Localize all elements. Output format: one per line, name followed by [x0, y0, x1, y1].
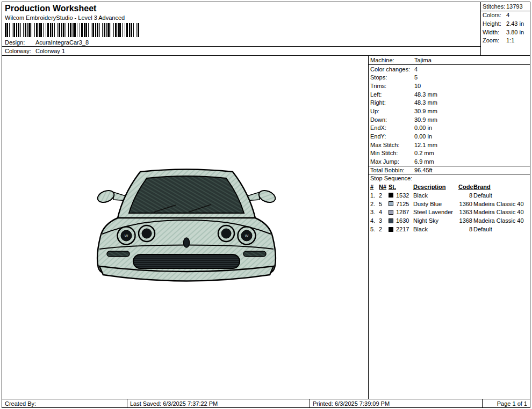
detail-value: 6.9 mm: [414, 158, 434, 165]
left-indicator-slot: [107, 251, 130, 257]
header: Production Worksheet Wilcom EmbroiderySt…: [2, 2, 530, 56]
detail-row: Machine:Tajima: [369, 56, 530, 65]
summary-value: 13793: [506, 3, 523, 10]
machine-panel: Machine:TajimaColor changes:4Stops:5Trim…: [369, 56, 530, 399]
summary-row: Colors:4: [481, 11, 530, 20]
summary-label: Width:: [483, 29, 506, 35]
detail-label: Total Bobbin:: [370, 167, 414, 173]
detail-label: Trims:: [370, 83, 414, 89]
thread-number: 7125: [396, 201, 412, 207]
detail-row: Up:30.9 mm: [369, 107, 530, 115]
stop-needle-number: 2: [379, 192, 387, 199]
headlight-inner-right: [221, 229, 231, 238]
summary-row: Stitches:13793: [481, 3, 530, 11]
detail-label: Stops:: [370, 74, 414, 81]
thread-brand: Madeira Classic 40: [473, 209, 530, 215]
stop-row-number: 2.: [370, 201, 378, 207]
detail-row: EndX:0.00 in: [369, 124, 530, 133]
summary-label: Height:: [483, 20, 506, 27]
col-st: St.: [389, 184, 412, 190]
headlight-inner-left: [142, 229, 152, 238]
summary-row: Height:2.43 in: [481, 19, 530, 28]
embroidery-design-acura-integra: W W: [91, 166, 282, 288]
thread-code: 1363: [458, 209, 472, 215]
detail-row: Left:48.3 mm: [369, 90, 530, 99]
summary-value: 3.80 in: [506, 29, 524, 35]
thread-brand: Madeira Classic 40: [473, 201, 530, 207]
summary-row: Zoom:1:1: [481, 36, 530, 45]
stop-row-number: 3.: [370, 209, 378, 215]
design-row: Design: AcuraIntegraCar3_8: [2, 39, 480, 47]
detail-label: EndX:: [370, 125, 414, 131]
left-mirror: [96, 188, 116, 205]
summary-value: 1:1: [506, 37, 514, 43]
thread-number: 1630: [396, 217, 412, 224]
detail-value: 0.2 mm: [414, 150, 434, 156]
detail-label: Min Stitch:: [370, 150, 414, 156]
car-windshield: [129, 176, 244, 213]
thread-description: Steel Lavender: [413, 209, 457, 215]
design-canvas: W W: [2, 56, 369, 399]
stop-row-number: 5.: [370, 226, 378, 232]
stop-row-number: 4.: [370, 217, 378, 224]
stop-sequence-row: 5.22217Black8Default: [369, 225, 530, 233]
detail-row: Down:30.9 mm: [369, 115, 530, 124]
detail-label: Max Stitch:: [370, 142, 414, 148]
detail-label: Color changes:: [370, 66, 414, 72]
col-n: N#: [379, 184, 387, 190]
design-label: Design:: [5, 39, 35, 46]
detail-value: 4: [414, 66, 418, 72]
detail-value: 5: [414, 74, 418, 81]
thread-brand: Default: [473, 192, 530, 199]
barcode: [5, 23, 139, 37]
machine-details: Machine:TajimaColor changes:4Stops:5Trim…: [369, 56, 530, 174]
detail-value: Tajima: [414, 57, 432, 63]
thread-brand: Madeira Classic 40: [473, 217, 530, 224]
thread-color-swatch: [389, 218, 393, 223]
thread-number: 1287: [396, 209, 412, 215]
col-num: #: [370, 184, 378, 190]
detail-value: 48.3 mm: [414, 91, 437, 98]
detail-value: 30.9 mm: [414, 108, 437, 114]
detail-row: Min Stitch:0.2 mm: [369, 149, 530, 158]
main-area: W W Machine:TajimaColor changes:4Stop: [2, 56, 530, 399]
front-grille: [133, 254, 240, 268]
detail-value: 30.9 mm: [414, 116, 437, 123]
detail-value: 96.45ft: [414, 167, 433, 173]
stop-sequence-row: 1.21532Black8Default: [369, 191, 530, 200]
last-saved-cell: Last Saved: 6/3/2025 7:37:22 PM: [127, 399, 310, 407]
stop-sequence-table: # N# St. Description Code Brand 1.21532B…: [369, 182, 530, 233]
stop-table-body: 1.21532Black8Default2.57125Dusty Blue136…: [369, 191, 530, 233]
summary-box: Stitches:13793Colors:4Height:2.43 inWidt…: [481, 2, 530, 55]
detail-value: 48.3 mm: [414, 99, 437, 106]
detail-row: Max Jump:6.9 mm: [369, 157, 530, 166]
detail-row: EndY:0.00 in: [369, 132, 530, 141]
summary-value: 4: [506, 12, 509, 18]
thread-number: 2217: [396, 226, 412, 232]
detail-row: Right:48.3 mm: [369, 98, 530, 107]
detail-row: Total Bobbin:96.45ft: [369, 166, 530, 174]
detail-row: Max Stitch:12.1 mm: [369, 141, 530, 149]
colorway-label: Colorway:: [5, 48, 35, 54]
header-left: Production Worksheet Wilcom EmbroiderySt…: [2, 2, 481, 55]
detail-label: Right:: [370, 99, 414, 106]
thread-number: 1532: [396, 192, 412, 199]
thread-brand: Default: [473, 226, 530, 232]
stop-sequence-row: 4.31630Night Sky1368Madeira Classic 40: [369, 216, 530, 225]
thread-description: Black: [413, 226, 457, 232]
footer: Created By: Last Saved: 6/3/2025 7:37:22…: [2, 399, 530, 407]
summary-row: Width:3.80 in: [481, 28, 530, 36]
detail-label: Up:: [370, 108, 414, 114]
detail-row: Stops:5: [369, 73, 530, 82]
stop-needle-number: 2: [379, 226, 387, 232]
summary-label: Stitches:: [483, 3, 506, 10]
thread-code: 8: [458, 192, 472, 199]
detail-label: Machine:: [370, 57, 414, 63]
stop-table-header: # N# St. Description Code Brand: [369, 182, 530, 191]
thread-color-swatch: [389, 210, 393, 215]
thread-code: 1368: [458, 217, 472, 224]
detail-row: Color changes:4: [369, 65, 530, 74]
col-code: Code: [458, 184, 472, 190]
stop-needle-number: 5: [379, 201, 387, 207]
created-by-cell: Created By:: [2, 399, 127, 407]
